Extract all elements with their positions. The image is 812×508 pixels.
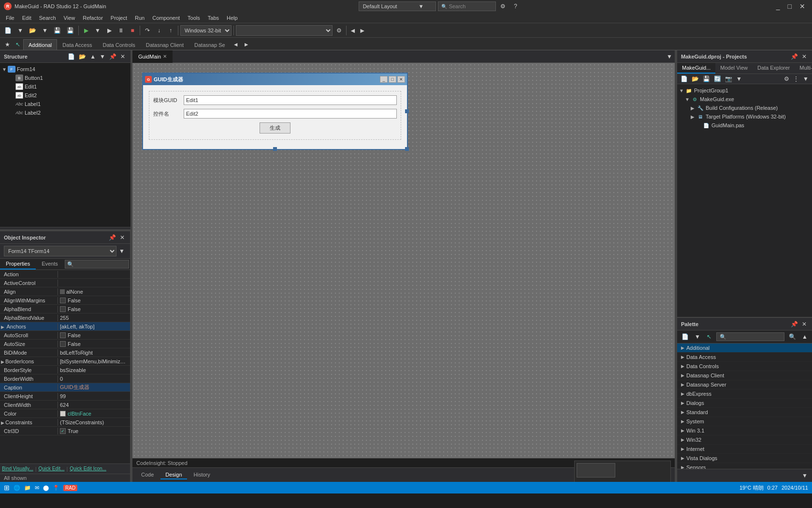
palette-dropdown-btn[interactable]: ▼ <box>692 331 703 342</box>
save-btn[interactable]: 💾 <box>51 25 63 36</box>
palette-search-input[interactable] <box>719 333 782 340</box>
prop-row-autosize[interactable]: AutoSize False <box>0 340 130 348</box>
taskbar-explorer[interactable]: 📁 <box>24 485 31 491</box>
palette-item-system[interactable]: ▶ System <box>677 417 812 426</box>
form-maximize-btn[interactable]: □ <box>389 76 396 83</box>
menu-run[interactable]: Run <box>131 14 148 22</box>
prop-value-autoscroll[interactable]: False <box>58 332 130 339</box>
tree-item-label2[interactable]: Abc Label2 <box>0 108 130 117</box>
open-dropdown-btn[interactable]: ▼ <box>40 25 50 36</box>
inspector-expand-btn[interactable]: ▼ <box>117 247 126 255</box>
quick-edit-icon-link[interactable]: Quick Edit Icon... <box>70 466 106 472</box>
design-tab-guidmain[interactable]: GuidMain ✕ <box>132 50 173 63</box>
proj-refresh-btn[interactable]: 🔄 <box>712 75 723 83</box>
palette-item-dbexpress[interactable]: ▶ dbExpress <box>677 389 812 399</box>
tab-close-icon[interactable]: ✕ <box>163 54 167 59</box>
proj-pin-btn[interactable]: 📌 <box>789 53 799 60</box>
tree-item-edit1[interactable]: ab Edit1 <box>0 82 130 91</box>
prop-value-clientheight[interactable]: 99 <box>58 393 130 400</box>
taskbar-edge[interactable]: 🌐 <box>14 485 20 491</box>
prop-value-autosize[interactable]: False <box>58 341 130 347</box>
proj-more-btn[interactable]: ⋮ <box>792 75 800 83</box>
new-dropdown-btn[interactable]: ▼ <box>15 25 26 36</box>
expand-icon[interactable]: ▶ <box>681 382 684 387</box>
palette-item-standard[interactable]: ▶ Standard <box>677 408 812 417</box>
form-generate-btn[interactable]: 生成 <box>260 122 290 134</box>
prop-row-color[interactable]: Color clBtnFace <box>0 409 130 418</box>
palette-item-dataaccess[interactable]: ▶ Data Access <box>677 353 812 362</box>
menu-tabs[interactable]: Tabs <box>204 14 223 22</box>
prop-row-align[interactable]: Align alNone <box>0 287 130 296</box>
proj-settings-btn[interactable]: ⚙ <box>783 75 791 83</box>
run-btn[interactable]: ▶ <box>81 25 91 36</box>
proj-photo-btn[interactable]: 📷 <box>724 75 734 83</box>
layout-help-btn[interactable]: ? <box>510 1 521 12</box>
structure-new-btn[interactable]: 📄 <box>66 53 76 60</box>
proj-tab-dataexplorer[interactable]: Data Explorer <box>753 63 795 74</box>
proj-tab-multidevice[interactable]: Multi-Devic... <box>795 63 812 74</box>
comp-tab-datasnap-client[interactable]: Datasnap Client <box>141 39 189 50</box>
prop-row-clientwidth[interactable]: ClientWidth 624 <box>0 401 130 409</box>
prop-value-borderstyle[interactable]: bsSizeable <box>58 367 130 374</box>
prop-value-anchors[interactable]: [akLeft, akTop] <box>58 323 130 330</box>
menu-project[interactable]: Project <box>107 14 131 22</box>
palette-scroll-up-btn[interactable]: ▲ <box>799 331 810 342</box>
expand-icon[interactable]: ▶ <box>681 410 684 415</box>
expand-icon[interactable]: ▶ <box>681 355 684 359</box>
inspector-object-selector[interactable]: Form14 TForm14 <box>4 246 116 256</box>
tree-item-edit2[interactable]: ab Edit2 <box>0 91 130 100</box>
menu-component[interactable]: Component <box>148 14 184 22</box>
proj-open-btn[interactable]: 📂 <box>690 75 700 83</box>
palette-item-win32[interactable]: ▶ Win32 <box>677 435 812 445</box>
expand-icon[interactable]: ▼ <box>679 88 685 93</box>
taskbar-mail[interactable]: ✉ <box>35 485 39 491</box>
menu-edit[interactable]: Edit <box>18 14 35 22</box>
step-into-btn[interactable]: ↓ <box>154 25 164 36</box>
structure-close-btn[interactable]: ✕ <box>119 53 127 60</box>
palette-item-dialogs[interactable]: ▶ Dialogs <box>677 399 812 408</box>
taskbar-maps[interactable]: 📍 <box>53 485 59 491</box>
palette-next-btn[interactable]: ► <box>241 39 252 50</box>
expand-icon[interactable]: ▶ <box>1 420 4 425</box>
prop-row-ctrl3d[interactable]: Ctrl3D ✓True <box>0 427 130 435</box>
form-window[interactable]: G GUID生成器 _ □ ✕ 模块GUID <box>142 73 408 150</box>
form-close-btn[interactable]: ✕ <box>397 76 405 83</box>
prop-row-borderstyle[interactable]: BorderStyle bsSizeable <box>0 366 130 374</box>
open-btn[interactable]: 📂 <box>27 25 39 36</box>
prop-value-bidimode[interactable]: bdLeftToRight <box>58 349 130 356</box>
taskbar-rad[interactable]: RAD <box>63 485 77 491</box>
run-dropdown-btn[interactable]: ▼ <box>92 25 103 36</box>
proj-dropdown-btn[interactable]: ▼ <box>735 75 743 83</box>
inspector-tab-events[interactable]: Events <box>36 259 64 269</box>
proj-save-btn[interactable]: 💾 <box>701 75 711 83</box>
prop-value-alignwithmargins[interactable]: False <box>58 297 130 304</box>
tree-item-button1[interactable]: B Button1 <box>0 74 130 82</box>
prop-row-clientheight[interactable]: ClientHeight 99 <box>0 392 130 401</box>
settings-btn[interactable]: ⚙ <box>334 25 344 36</box>
prop-row-activecontrol[interactable]: ActiveControl <box>0 279 130 287</box>
proj-item-guidmainpas[interactable]: 📄 GuidMain.pas <box>677 121 812 130</box>
structure-down-btn[interactable]: ▼ <box>98 53 107 60</box>
menu-search[interactable]: Search <box>35 14 60 22</box>
step-over-btn[interactable]: ↷ <box>142 25 153 36</box>
prop-value-action[interactable] <box>58 274 130 275</box>
palette-item-datasnapserver[interactable]: ▶ Datasnap Server <box>677 380 812 389</box>
expand-icon[interactable]: ▶ <box>681 364 684 369</box>
expand-icon[interactable]: ▶ <box>681 401 684 405</box>
menu-help[interactable]: Help <box>223 14 242 22</box>
expand-icon[interactable]: ▶ <box>681 437 684 442</box>
expand-icon[interactable]: ▶ <box>681 419 684 424</box>
palette-bookmark-btn[interactable]: ★ <box>2 39 13 50</box>
menu-file[interactable]: File <box>2 14 18 22</box>
palette-new-btn[interactable]: 📄 <box>679 331 691 342</box>
proj-tab-model[interactable]: Model View <box>715 63 753 74</box>
proj-item-makeguid[interactable]: ▼ ⚙ MakeGuid.exe <box>677 95 812 104</box>
palette-item-internet[interactable]: ▶ Internet <box>677 445 812 454</box>
inspector-search-input[interactable] <box>65 260 129 268</box>
run-param-btn[interactable]: ▶ <box>104 25 115 36</box>
form-minimize-btn[interactable]: _ <box>380 76 388 83</box>
prop-value-caption[interactable]: GUID生成器 <box>58 383 130 391</box>
prop-row-alphablendvalue[interactable]: AlphaBlendValue 255 <box>0 314 130 322</box>
prop-value-bordericons[interactable]: [biSystemMenu,biMinimize,biMax <box>58 358 130 365</box>
palette-prev-btn[interactable]: ◄ <box>231 39 241 50</box>
